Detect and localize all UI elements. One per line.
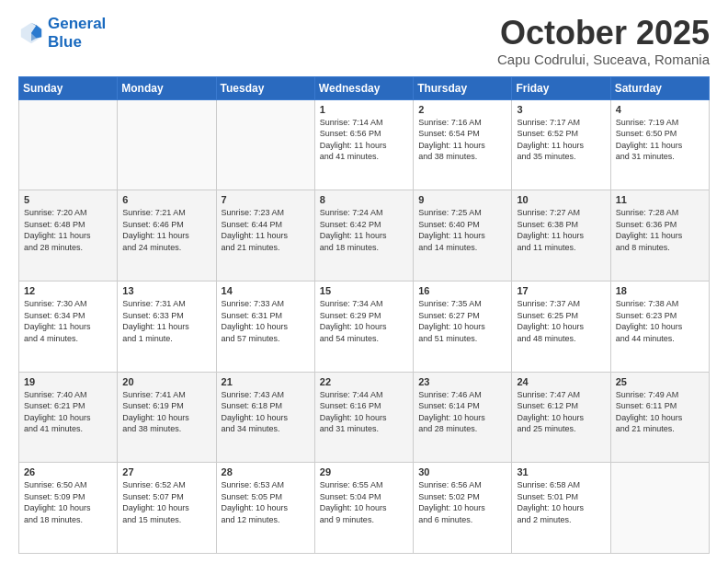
calendar-day-empty [216,99,314,190]
calendar-day-23: 23Sunrise: 7:46 AM Sunset: 6:14 PM Dayli… [414,372,512,463]
day-info: Sunrise: 6:50 AM Sunset: 5:09 PM Dayligh… [24,479,112,525]
day-number: 9 [418,194,506,205]
calendar-day-15: 15Sunrise: 7:34 AM Sunset: 6:29 PM Dayli… [314,281,413,372]
weekday-header-tuesday: Tuesday [216,76,314,99]
logo-general: General [48,15,106,32]
logo: General Blue [18,15,106,51]
day-number: 12 [24,285,112,296]
day-number: 5 [24,194,112,205]
day-number: 19 [24,376,112,387]
day-number: 16 [418,285,506,296]
calendar-day-6: 6Sunrise: 7:21 AM Sunset: 6:46 PM Daylig… [118,190,216,282]
day-info: Sunrise: 7:47 AM Sunset: 6:12 PM Dayligh… [517,389,605,435]
day-info: Sunrise: 7:17 AM Sunset: 6:52 PM Dayligh… [517,117,605,163]
calendar-day-17: 17Sunrise: 7:37 AM Sunset: 6:25 PM Dayli… [512,281,610,372]
calendar-day-22: 22Sunrise: 7:44 AM Sunset: 6:16 PM Dayli… [314,372,413,463]
day-number: 30 [418,466,506,477]
day-number: 10 [517,194,605,205]
calendar-week-row: 19Sunrise: 7:40 AM Sunset: 6:21 PM Dayli… [19,372,710,463]
day-number: 24 [517,376,605,387]
calendar-day-14: 14Sunrise: 7:33 AM Sunset: 6:31 PM Dayli… [216,281,314,372]
day-info: Sunrise: 7:14 AM Sunset: 6:56 PM Dayligh… [320,117,408,163]
day-number: 2 [418,104,506,115]
day-number: 3 [517,104,605,115]
day-info: Sunrise: 6:55 AM Sunset: 5:04 PM Dayligh… [320,479,408,525]
calendar-day-13: 13Sunrise: 7:31 AM Sunset: 6:33 PM Dayli… [118,281,216,372]
calendar-page: General Blue October 2025 Capu Codrului,… [0,0,728,563]
day-number: 7 [222,194,310,205]
calendar-day-31: 31Sunrise: 6:58 AM Sunset: 5:01 PM Dayli… [512,463,610,554]
weekday-header-row: SundayMondayTuesdayWednesdayThursdayFrid… [19,76,710,99]
calendar-day-1: 1Sunrise: 7:14 AM Sunset: 6:56 PM Daylig… [314,99,413,190]
day-number: 1 [320,104,408,115]
weekday-header-friday: Friday [512,76,610,99]
day-info: Sunrise: 7:16 AM Sunset: 6:54 PM Dayligh… [418,117,506,163]
calendar-table: SundayMondayTuesdayWednesdayThursdayFrid… [18,76,710,554]
calendar-week-row: 26Sunrise: 6:50 AM Sunset: 5:09 PM Dayli… [19,463,710,554]
day-number: 29 [320,466,408,477]
day-number: 17 [517,285,605,296]
calendar-day-empty [19,99,118,190]
logo-text: General Blue [48,15,106,51]
day-info: Sunrise: 6:56 AM Sunset: 5:02 PM Dayligh… [418,479,506,525]
day-number: 28 [222,466,310,477]
day-info: Sunrise: 7:28 AM Sunset: 6:36 PM Dayligh… [616,207,704,253]
weekday-header-thursday: Thursday [414,76,512,99]
calendar-day-4: 4Sunrise: 7:19 AM Sunset: 6:50 PM Daylig… [610,99,709,190]
location-label: Capu Codrului, Suceava, Romania [497,52,710,67]
title-block: October 2025 Capu Codrului, Suceava, Rom… [497,15,710,67]
day-info: Sunrise: 6:53 AM Sunset: 5:05 PM Dayligh… [222,479,310,525]
calendar-week-row: 5Sunrise: 7:20 AM Sunset: 6:48 PM Daylig… [19,190,710,282]
day-info: Sunrise: 7:24 AM Sunset: 6:42 PM Dayligh… [320,207,408,253]
calendar-week-row: 12Sunrise: 7:30 AM Sunset: 6:34 PM Dayli… [19,281,710,372]
logo-blue: Blue [48,33,106,52]
day-number: 8 [320,194,408,205]
day-number: 4 [616,104,704,115]
calendar-day-20: 20Sunrise: 7:41 AM Sunset: 6:19 PM Dayli… [118,372,216,463]
day-info: Sunrise: 7:38 AM Sunset: 6:23 PM Dayligh… [616,298,704,344]
day-info: Sunrise: 7:34 AM Sunset: 6:29 PM Dayligh… [320,298,408,344]
weekday-header-wednesday: Wednesday [314,76,413,99]
day-info: Sunrise: 7:49 AM Sunset: 6:11 PM Dayligh… [616,389,704,435]
day-info: Sunrise: 7:37 AM Sunset: 6:25 PM Dayligh… [517,298,605,344]
day-info: Sunrise: 7:21 AM Sunset: 6:46 PM Dayligh… [122,207,210,253]
day-number: 31 [517,466,605,477]
calendar-day-10: 10Sunrise: 7:27 AM Sunset: 6:38 PM Dayli… [512,190,610,282]
calendar-day-26: 26Sunrise: 6:50 AM Sunset: 5:09 PM Dayli… [19,463,118,554]
day-number: 26 [24,466,112,477]
calendar-day-21: 21Sunrise: 7:43 AM Sunset: 6:18 PM Dayli… [216,372,314,463]
day-number: 11 [616,194,704,205]
day-info: Sunrise: 6:52 AM Sunset: 5:07 PM Dayligh… [122,479,210,525]
day-info: Sunrise: 7:33 AM Sunset: 6:31 PM Dayligh… [222,298,310,344]
calendar-day-19: 19Sunrise: 7:40 AM Sunset: 6:21 PM Dayli… [19,372,118,463]
calendar-day-27: 27Sunrise: 6:52 AM Sunset: 5:07 PM Dayli… [118,463,216,554]
day-info: Sunrise: 7:46 AM Sunset: 6:14 PM Dayligh… [418,389,506,435]
calendar-day-empty [118,99,216,190]
calendar-day-28: 28Sunrise: 6:53 AM Sunset: 5:05 PM Dayli… [216,463,314,554]
calendar-week-row: 1Sunrise: 7:14 AM Sunset: 6:56 PM Daylig… [19,99,710,190]
day-info: Sunrise: 7:40 AM Sunset: 6:21 PM Dayligh… [24,389,112,435]
day-info: Sunrise: 7:35 AM Sunset: 6:27 PM Dayligh… [418,298,506,344]
page-header: General Blue October 2025 Capu Codrului,… [18,15,710,67]
day-number: 15 [320,285,408,296]
day-info: Sunrise: 7:20 AM Sunset: 6:48 PM Dayligh… [24,207,112,253]
calendar-day-16: 16Sunrise: 7:35 AM Sunset: 6:27 PM Dayli… [414,281,512,372]
calendar-day-empty [610,463,709,554]
calendar-day-29: 29Sunrise: 6:55 AM Sunset: 5:04 PM Dayli… [314,463,413,554]
day-info: Sunrise: 7:44 AM Sunset: 6:16 PM Dayligh… [320,389,408,435]
calendar-day-30: 30Sunrise: 6:56 AM Sunset: 5:02 PM Dayli… [414,463,512,554]
day-info: Sunrise: 7:23 AM Sunset: 6:44 PM Dayligh… [222,207,310,253]
day-number: 6 [122,194,210,205]
calendar-day-2: 2Sunrise: 7:16 AM Sunset: 6:54 PM Daylig… [414,99,512,190]
day-number: 22 [320,376,408,387]
calendar-day-24: 24Sunrise: 7:47 AM Sunset: 6:12 PM Dayli… [512,372,610,463]
day-number: 13 [122,285,210,296]
day-info: Sunrise: 7:30 AM Sunset: 6:34 PM Dayligh… [24,298,112,344]
calendar-day-5: 5Sunrise: 7:20 AM Sunset: 6:48 PM Daylig… [19,190,118,282]
month-title: October 2025 [497,15,710,52]
logo-icon [18,20,44,46]
day-number: 21 [222,376,310,387]
calendar-day-8: 8Sunrise: 7:24 AM Sunset: 6:42 PM Daylig… [314,190,413,282]
weekday-header-monday: Monday [118,76,216,99]
day-number: 23 [418,376,506,387]
